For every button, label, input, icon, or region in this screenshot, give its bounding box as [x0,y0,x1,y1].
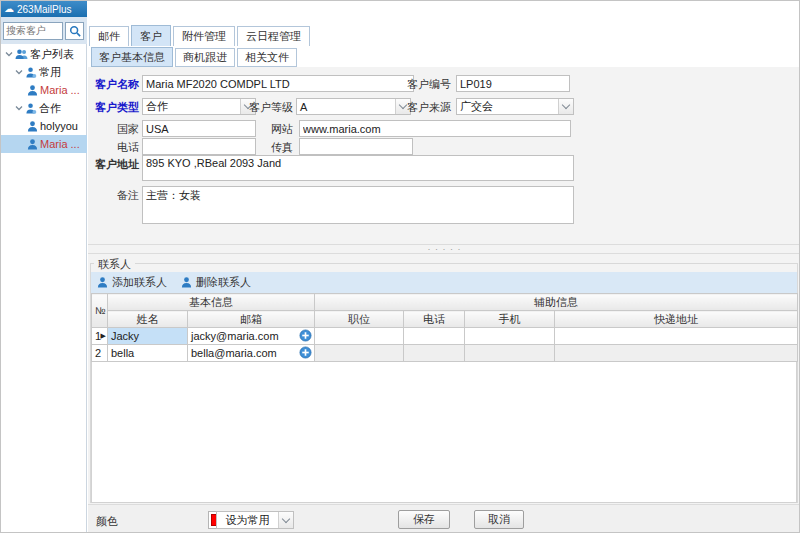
user-add-icon [97,277,108,288]
address-textarea[interactable]: 895 KYO ,RBeal 2093 Jand [142,155,574,181]
remark-textarea[interactable]: 主营：女装 [142,186,574,224]
tab-related-files[interactable]: 相关文件 [237,48,297,67]
contact-phone-cell[interactable] [404,328,465,345]
customer-source-label: 客户来源 [405,101,451,114]
sidebar-item-cooperation-folder[interactable]: 合作 [1,99,87,117]
delete-contact-button[interactable]: 删除联系人 [181,275,251,290]
tab-opportunity-follow[interactable]: 商机跟进 [175,48,235,67]
table-row: 2 bella bella@maria.com [92,345,798,362]
customer-source-select[interactable]: 广交会 [456,98,574,115]
user-badge-icon [25,103,37,114]
add-to-addressbook-button[interactable] [299,329,312,344]
sidebar-item-label: holyyou [40,120,78,132]
remark-label: 备注 [89,189,139,202]
tab-mail[interactable]: 邮件 [89,26,129,46]
contact-name-cell[interactable]: bella [108,345,188,362]
basic-info-group-header: 基本信息 [108,294,315,311]
website-input[interactable] [299,120,571,137]
tab-cloud-schedule[interactable]: 云日程管理 [237,26,310,46]
app-window: ☁ 263MailPlus 客户列表 [0,0,800,533]
fax-label: 传真 [259,141,293,154]
save-button[interactable]: 保存 [398,510,450,529]
user-delete-icon [181,277,192,288]
user-icon [27,121,38,132]
customer-tree: 客户列表 常用 Maria ... [1,45,87,153]
row-number-cell: 1▶ [92,328,108,345]
customer-level-label: 客户等级 [249,101,293,114]
contact-mobile-cell[interactable] [465,345,555,362]
row-number-header: № [92,294,108,328]
position-column-header[interactable]: 职位 [315,311,404,328]
sidebar-item-holyyou[interactable]: holyyou [1,117,87,135]
contact-mobile-cell[interactable] [465,328,555,345]
search-button[interactable] [65,22,84,40]
customer-type-label: 客户类型 [89,101,139,114]
sidebar-item-customer-list[interactable]: 客户列表 [1,45,87,63]
tab-customer-basic-info[interactable]: 客户基本信息 [91,47,173,67]
customer-name-label: 客户名称 [89,78,139,91]
sidebar-item-maria-common[interactable]: Maria ... [1,81,87,99]
splitter-handle[interactable] [88,244,800,254]
chevron-down-icon[interactable] [4,50,13,58]
table-group-header-row: № 基本信息 辅助信息 [92,294,798,311]
set-common-select[interactable]: 设为常用 [216,511,294,529]
contact-email-cell[interactable]: bella@maria.com [188,345,315,362]
mobile-column-header[interactable]: 手机 [465,311,555,328]
plus-circle-icon [299,329,312,342]
cancel-button[interactable]: 取消 [474,510,524,529]
table-header-row: 姓名 邮箱 职位 电话 手机 快递地址 [92,311,798,328]
sidebar-item-label: 客户列表 [30,47,74,62]
email-column-header[interactable]: 邮箱 [188,311,315,328]
sub-tab-strip: 客户基本信息 商机跟进 相关文件 [91,47,297,67]
customer-search-bar [1,17,87,44]
user-badge-icon [25,67,37,78]
contacts-legend: 联系人 [94,257,135,272]
color-label: 颜色 [96,515,122,528]
tab-customer[interactable]: 客户 [131,25,171,46]
row-number-cell: 2 [92,345,108,362]
contact-name-cell[interactable]: Jacky [108,328,188,345]
current-row-marker-icon: ▶ [101,332,106,340]
country-input[interactable] [142,120,256,137]
phone-input[interactable] [142,138,256,155]
user-icon [27,85,38,96]
customer-source-value: 广交会 [457,99,558,114]
phone-column-header[interactable]: 电话 [404,311,465,328]
cloud-icon: ☁ [4,4,14,14]
contact-email-cell[interactable]: jacky@maria.com [188,328,315,345]
contacts-grid: № 基本信息 辅助信息 姓名 邮箱 职位 电话 手机 快递地址 1▶ Jacky… [91,294,797,503]
search-input[interactable] [3,22,63,40]
sidebar-item-maria-selected[interactable]: Maria ... [1,135,87,153]
website-label: 网站 [259,123,293,136]
contact-position-cell[interactable] [315,328,404,345]
table-row: 1▶ Jacky jacky@maria.com [92,328,798,345]
chevron-down-icon [278,512,293,528]
customer-level-value: A [297,101,395,113]
plus-circle-icon [299,346,312,359]
contact-position-cell[interactable] [315,345,404,362]
contact-express-address-cell[interactable] [555,328,798,345]
name-column-header[interactable]: 姓名 [108,311,188,328]
contact-phone-cell[interactable] [404,345,465,362]
sidebar: ☁ 263MailPlus 客户列表 [1,1,87,533]
chevron-down-icon[interactable] [14,68,23,76]
customer-name-input[interactable] [142,75,414,92]
customer-no-input[interactable] [456,75,570,92]
tab-attachment-management[interactable]: 附件管理 [173,26,235,46]
add-to-addressbook-button[interactable] [299,346,312,361]
chevron-down-icon[interactable] [14,104,23,112]
main-tab-strip: 邮件 客户 附件管理 云日程管理 [89,25,310,46]
user-icon [27,139,38,150]
app-title: 263MailPlus [17,4,71,15]
sidebar-item-label: Maria ... [40,138,80,150]
sidebar-item-common-folder[interactable]: 常用 [1,63,87,81]
express-address-column-header[interactable]: 快递地址 [555,311,798,328]
add-contact-button[interactable]: 添加联系人 [97,275,167,290]
contact-express-address-cell[interactable] [555,345,798,362]
customer-level-select[interactable]: A [296,98,411,115]
fax-input[interactable] [299,138,413,155]
customer-type-select[interactable]: 合作 [142,98,256,115]
sidebar-item-label: 合作 [39,101,61,116]
aux-info-group-header: 辅助信息 [315,294,798,311]
sidebar-item-label: Maria ... [40,84,80,96]
